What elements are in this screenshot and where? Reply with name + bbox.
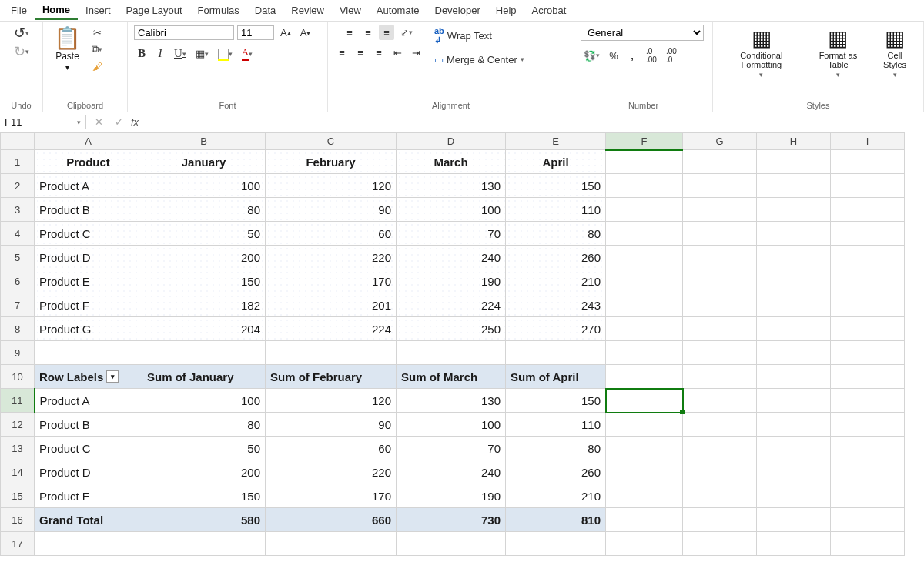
cell[interactable]: Product B [35,198,142,222]
row-header[interactable]: 6 [1,269,35,293]
cell[interactable] [831,293,905,317]
cell[interactable] [683,413,757,437]
format-as-table-button[interactable]: ▦ Format as Table [807,25,869,82]
cell[interactable] [831,437,905,460]
cell[interactable]: 70 [397,437,506,460]
cell[interactable]: 150 [142,269,266,293]
cell[interactable]: 150 [506,389,606,413]
cell[interactable] [683,198,757,222]
cell[interactable] [757,341,831,365]
cell[interactable] [606,413,683,437]
cell[interactable]: 100 [397,198,506,222]
cell[interactable]: Sum of April [506,365,606,389]
cell[interactable]: February [266,150,397,174]
cell[interactable]: 150 [142,484,266,508]
row-header[interactable]: 12 [1,413,35,437]
tab-help[interactable]: Help [488,2,524,19]
format-painter-button[interactable]: 🖌 [89,59,105,74]
tab-insert[interactable]: Insert [78,2,119,19]
cell[interactable] [606,508,683,532]
cell[interactable]: 90 [266,413,397,437]
cell[interactable] [683,341,757,365]
copy-button[interactable]: ⧉ [89,42,105,57]
align-bottom-button[interactable]: ≡ [379,25,394,40]
cell[interactable]: 120 [266,389,397,413]
row-header[interactable]: 1 [1,150,35,174]
cell[interactable]: 90 [266,198,397,222]
cell[interactable] [606,269,683,293]
cell[interactable]: 60 [266,437,397,460]
cell[interactable] [683,317,757,341]
cell[interactable] [831,174,905,198]
cell[interactable]: 110 [506,198,606,222]
cell[interactable]: 190 [397,484,506,508]
cell[interactable]: 130 [397,174,506,198]
cell[interactable]: Product B [35,413,142,437]
name-box[interactable]: F11 ▾ [0,115,86,129]
cell[interactable]: 240 [397,246,506,269]
cell[interactable]: 100 [142,174,266,198]
cell[interactable] [683,389,757,413]
cell[interactable] [606,437,683,460]
comma-button[interactable]: , [624,48,640,63]
row-header[interactable]: 10 [1,365,35,389]
align-right-button[interactable]: ≡ [371,45,387,60]
cell[interactable] [683,460,757,484]
cell[interactable] [757,293,831,317]
tab-automate[interactable]: Automate [369,2,427,19]
cell[interactable]: 810 [506,508,606,532]
cell[interactable]: Product G [35,317,142,341]
cell[interactable] [831,508,905,532]
cell[interactable] [606,150,683,174]
cell[interactable] [757,269,831,293]
cell[interactable]: 100 [142,389,266,413]
redo-button[interactable]: ↻ [11,43,32,60]
tab-formulas[interactable]: Formulas [190,2,247,19]
row-header[interactable]: 4 [1,222,35,246]
accounting-format-button[interactable]: 💱 [581,48,603,63]
cell[interactable] [683,484,757,508]
cell[interactable] [831,317,905,341]
row-header[interactable]: 7 [1,293,35,317]
tab-file[interactable]: File [3,2,35,19]
col-header-B[interactable]: B [142,133,266,150]
cell[interactable] [757,174,831,198]
align-top-button[interactable]: ≡ [342,25,357,40]
cell[interactable] [683,532,757,556]
bold-button[interactable]: B [134,45,149,62]
cell[interactable]: 204 [142,317,266,341]
cell[interactable] [831,246,905,269]
percent-button[interactable]: % [606,48,621,63]
col-header-A[interactable]: A [35,133,142,150]
cell[interactable] [606,341,683,365]
decrease-indent-button[interactable]: ⇤ [390,45,405,60]
cell[interactable] [757,389,831,413]
cell[interactable] [683,222,757,246]
cell[interactable] [606,484,683,508]
tab-review[interactable]: Review [283,2,332,19]
increase-decimal-button[interactable]: .0.00 [643,45,660,65]
cell[interactable] [831,341,905,365]
cell[interactable] [683,174,757,198]
cell[interactable]: Product A [35,389,142,413]
cell[interactable] [831,484,905,508]
cell[interactable]: Product C [35,437,142,460]
cell[interactable]: 224 [397,293,506,317]
cell[interactable] [757,532,831,556]
col-header-D[interactable]: D [397,133,506,150]
row-header[interactable]: 2 [1,174,35,198]
cell[interactable]: 220 [266,460,397,484]
cell[interactable]: 200 [142,460,266,484]
row-header[interactable]: 3 [1,198,35,222]
number-format-combo[interactable]: General [581,25,704,41]
cell[interactable] [757,413,831,437]
tab-acrobat[interactable]: Acrobat [524,2,574,19]
cell[interactable]: April [506,150,606,174]
cell[interactable]: Product E [35,484,142,508]
cell[interactable] [683,508,757,532]
cell[interactable] [397,341,506,365]
cell[interactable] [606,198,683,222]
font-size-combo[interactable] [237,25,274,40]
cell[interactable] [606,532,683,556]
font-name-combo[interactable] [134,25,234,40]
